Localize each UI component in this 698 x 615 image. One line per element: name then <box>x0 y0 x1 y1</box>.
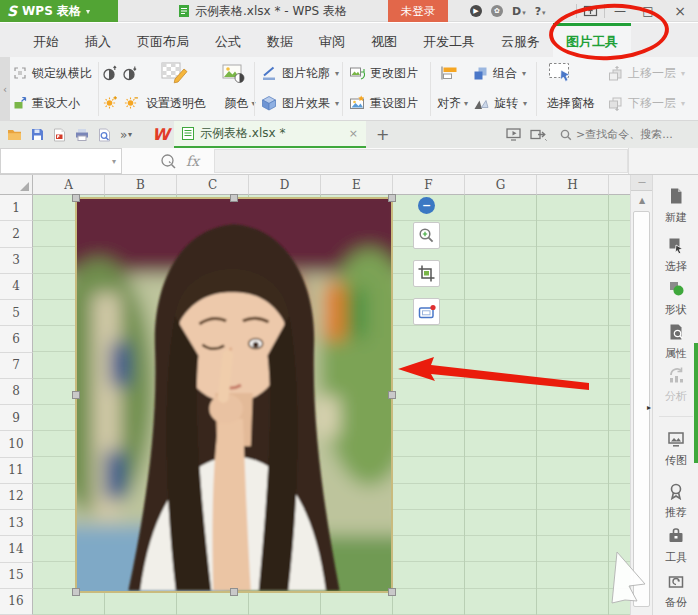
row-header[interactable]: 1 <box>0 195 33 221</box>
row-header[interactable]: 3 <box>0 248 33 274</box>
selection-pane-icon-area[interactable] <box>548 62 574 82</box>
sidebar-item-backup[interactable]: 备份 <box>653 572 698 610</box>
row-header[interactable]: 10 <box>0 431 33 457</box>
zoom-picture-button[interactable] <box>413 222 440 249</box>
row-header[interactable]: 14 <box>0 536 33 562</box>
tab-formulas[interactable]: 公式 <box>202 23 254 57</box>
document-tab[interactable]: 示例表格.xlsx * × <box>174 121 366 148</box>
row-header[interactable]: 5 <box>0 300 33 326</box>
picture-outline-button[interactable]: 图片轮廓▾ <box>261 60 339 86</box>
ribbon-collapse-strip[interactable]: ‹ <box>0 57 10 121</box>
lock-aspect-ratio-button[interactable]: 锁定纵横比 <box>13 60 92 86</box>
set-transparent-icon-area[interactable] <box>160 61 188 85</box>
row-header[interactable]: 12 <box>0 484 33 510</box>
new-tab-button[interactable]: + <box>376 121 389 148</box>
print-icon[interactable] <box>75 128 89 141</box>
contrast-up-icon[interactable] <box>103 65 117 81</box>
close-tab-icon[interactable]: × <box>349 127 358 140</box>
change-picture-button[interactable]: 更改图片 <box>349 60 418 86</box>
row-header[interactable]: 4 <box>0 274 33 300</box>
tab-view[interactable]: 视图 <box>358 23 410 57</box>
collapse-picture-toolbar-button[interactable]: − <box>418 197 435 214</box>
open-folder-icon[interactable] <box>7 128 22 141</box>
resize-handle-top-center[interactable] <box>230 194 238 202</box>
sidebar-item-properties[interactable]: 属性 <box>653 323 698 361</box>
color-icon-area[interactable] <box>220 63 248 85</box>
docer-icon[interactable]: D▾ <box>512 5 526 18</box>
name-box[interactable]: ▾ <box>0 148 122 174</box>
column-header[interactable]: B <box>105 175 177 195</box>
sidebar-item-new[interactable]: 新建 <box>653 187 698 225</box>
vertical-scrollbar[interactable]: — ▲ <box>630 175 652 615</box>
command-search[interactable]: >查找命令、搜索... <box>560 121 673 148</box>
wps-logo[interactable]: S WPS 表格 ▾ <box>0 0 118 22</box>
print-preview-icon[interactable] <box>98 128 111 142</box>
align-icon-area[interactable] <box>440 65 460 81</box>
brightness-down-icon[interactable] <box>124 95 139 110</box>
tab-page-layout[interactable]: 页面布局 <box>124 23 202 57</box>
formula-input[interactable] <box>214 149 628 173</box>
row-header[interactable]: 13 <box>0 510 33 536</box>
close-button[interactable]: × <box>671 3 689 19</box>
settings-center-icon[interactable]: ✿ <box>491 5 503 17</box>
split-handle[interactable]: — <box>631 175 653 191</box>
set-transparent-button[interactable]: 设置透明色 <box>139 95 213 112</box>
row-header[interactable]: 8 <box>0 379 33 405</box>
tab-data[interactable]: 数据 <box>254 23 306 57</box>
picture-style-button[interactable] <box>413 298 440 325</box>
help-icon[interactable]: ?▾ <box>535 5 546 18</box>
column-header[interactable]: H <box>537 175 609 195</box>
maximize-button[interactable]: □ <box>639 4 657 18</box>
column-header[interactable]: F <box>393 175 465 195</box>
row-header[interactable]: 16 <box>0 589 33 615</box>
export-pdf-icon[interactable] <box>53 128 66 142</box>
sidebar-item-select[interactable]: 选择 <box>653 236 698 274</box>
reset-picture-button[interactable]: 重设图片 <box>349 90 418 116</box>
row-header[interactable]: 15 <box>0 563 33 589</box>
switch-ui-icon[interactable] <box>583 5 598 17</box>
brightness-up-icon[interactable] <box>103 95 118 110</box>
column-header[interactable]: D <box>249 175 321 195</box>
align-button[interactable]: 对齐▾ <box>437 95 468 112</box>
reset-size-button[interactable]: 重设大小 <box>13 90 80 116</box>
column-header[interactable]: C <box>177 175 249 195</box>
scroll-up-icon[interactable]: ▲ <box>631 191 653 209</box>
selection-pane-button[interactable]: 选择窗格 <box>540 95 602 112</box>
resize-handle-bottom-left[interactable] <box>72 588 80 596</box>
zoom-formula-icon[interactable] <box>160 148 177 174</box>
row-header[interactable]: 9 <box>0 405 33 431</box>
picture-effects-button[interactable]: 图片效果▾ <box>261 90 339 116</box>
resize-handle-bottom-center[interactable] <box>230 588 238 596</box>
share-export-icon[interactable] <box>530 128 547 141</box>
rotate-button[interactable]: 旋转▾ <box>473 90 527 116</box>
column-header[interactable]: G <box>465 175 537 195</box>
resize-handle-middle-left[interactable] <box>72 391 80 399</box>
tab-picture-tools[interactable]: 图片工具 <box>553 23 631 57</box>
row-header[interactable]: 2 <box>0 221 33 247</box>
sidebar-item-tools[interactable]: 工具 <box>653 527 698 565</box>
login-button[interactable]: 未登录 <box>388 0 448 22</box>
row-header[interactable]: 11 <box>0 458 33 484</box>
tab-home[interactable]: 开始 <box>20 23 72 57</box>
group-button[interactable]: 组合▾ <box>473 60 526 86</box>
wps-w-logo[interactable]: W <box>152 121 170 148</box>
tab-insert[interactable]: 插入 <box>72 23 124 57</box>
select-all-corner[interactable] <box>0 175 33 195</box>
sidebar-item-shapes[interactable]: 形状 <box>653 279 698 317</box>
column-header[interactable]: E <box>321 175 393 195</box>
resize-handle-top-right[interactable] <box>388 194 396 202</box>
save-icon[interactable] <box>31 128 44 141</box>
tab-cloud[interactable]: 云服务 <box>488 23 553 57</box>
column-header[interactable]: A <box>33 175 105 195</box>
inserted-picture[interactable] <box>75 197 393 593</box>
panel-toggle-icon[interactable]: ▸ <box>647 403 651 412</box>
minimize-button[interactable]: — <box>611 4 629 18</box>
insert-function-button[interactable]: fx <box>186 148 199 174</box>
row-header[interactable]: 7 <box>0 353 33 379</box>
sidebar-item-recommend[interactable]: 推荐 <box>653 482 698 520</box>
play-presentation-icon[interactable] <box>506 128 522 141</box>
more-commands-icon[interactable]: » <box>120 128 127 142</box>
resize-handle-top-left[interactable] <box>72 194 80 202</box>
toolbar-dropdown-icon[interactable]: ▾ <box>128 121 132 148</box>
row-header[interactable]: 6 <box>0 326 33 352</box>
